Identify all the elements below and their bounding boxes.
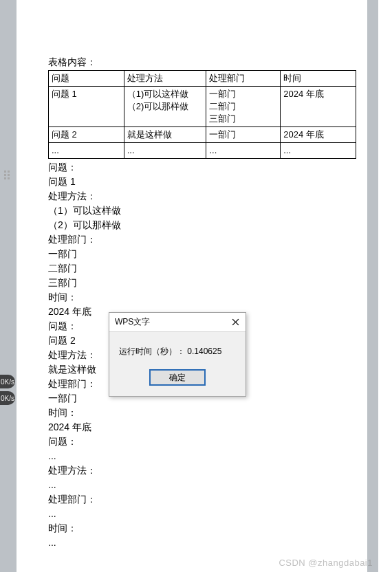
- flow-line: ...: [48, 536, 336, 550]
- td-method: 就是这样做: [124, 127, 206, 143]
- flow-line: 时间：: [48, 290, 336, 305]
- flow-line: ...: [48, 449, 336, 463]
- flow-line: （2）可以那样做: [48, 218, 336, 232]
- td-problem: ...: [49, 143, 124, 159]
- speed-indicator: 0K/s 0K/s: [0, 375, 15, 408]
- flow-line: 处理部门：: [48, 232, 336, 247]
- close-icon[interactable]: [230, 318, 240, 327]
- table-row: 问题 2 就是这样做 一部门 2024 年底: [49, 127, 356, 143]
- flow-line: 处理部门：: [48, 492, 336, 507]
- td-time: ...: [281, 143, 356, 159]
- flow-line: 二部门: [48, 261, 336, 276]
- th-time: 时间: [281, 71, 356, 87]
- document-page[interactable]: 表格内容： 问题 处理方法 处理部门 时间 问题 1 （1)可以这样做（2)可以…: [17, 0, 367, 572]
- flow-line: （1）可以这样做: [48, 204, 336, 218]
- table-heading: 表格内容：: [48, 56, 336, 69]
- drag-handle-icon[interactable]: [4, 170, 12, 179]
- flow-line: 时间：: [48, 521, 336, 536]
- flow-line: 一部门: [48, 247, 336, 261]
- table-row: ... ... ... ...: [49, 143, 356, 159]
- speed-tab-1: 0K/s: [0, 375, 15, 388]
- content-table: 问题 处理方法 处理部门 时间 问题 1 （1)可以这样做（2)可以那样做 一部…: [48, 70, 356, 159]
- flow-line: 处理方法：: [48, 463, 336, 478]
- th-method: 处理方法: [124, 71, 206, 87]
- flow-line: ...: [48, 507, 336, 521]
- app-right-pane: [378, 0, 392, 572]
- flow-line: 处理方法：: [48, 189, 336, 204]
- td-problem: 问题 1: [49, 87, 124, 127]
- td-time: 2024 年底: [281, 87, 356, 127]
- td-method: （1)可以这样做（2)可以那样做: [124, 87, 206, 127]
- th-dept: 处理部门: [206, 71, 281, 87]
- td-problem: 问题 2: [49, 127, 124, 143]
- flow-line: 2024 年底: [48, 420, 336, 434]
- td-dept: ...: [206, 143, 281, 159]
- ok-button[interactable]: 确定: [150, 370, 205, 385]
- flow-line: 三部门: [48, 276, 336, 290]
- td-method: ...: [124, 143, 206, 159]
- td-dept: 一部门二部门三部门: [206, 87, 281, 127]
- flow-line: 问题 1: [48, 175, 336, 189]
- td-dept: 一部门: [206, 127, 281, 143]
- table-row: 问题 1 （1)可以这样做（2)可以那样做 一部门二部门三部门 2024 年底: [49, 87, 356, 127]
- flow-line: 时间：: [48, 406, 336, 420]
- th-problem: 问题: [49, 71, 124, 87]
- dialog-title: WPS文字: [115, 316, 150, 328]
- td-time: 2024 年底: [281, 127, 356, 143]
- table-header-row: 问题 处理方法 处理部门 时间: [49, 71, 356, 87]
- flow-line: 问题：: [48, 160, 336, 175]
- message-dialog: WPS文字 运行时间（秒）： 0.140625 确定: [109, 312, 246, 397]
- speed-tab-2: 0K/s: [0, 391, 15, 405]
- watermark: CSDN @zhangdabai1: [279, 558, 373, 568]
- flow-line: ...: [48, 478, 336, 492]
- dialog-titlebar[interactable]: WPS文字: [109, 313, 246, 332]
- dialog-message: 运行时间（秒）： 0.140625: [109, 332, 246, 363]
- flow-line: 问题：: [48, 434, 336, 449]
